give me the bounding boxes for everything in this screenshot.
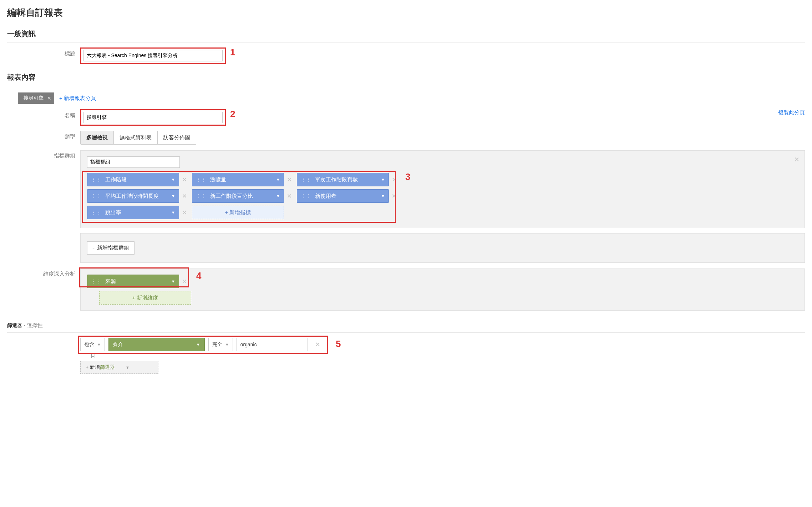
metric-group-label: 指標群組 bbox=[7, 150, 80, 159]
filter-row: 5 包含▼ 媒介▼ 完全▼ ✕ 且 + 新增篩選器 ▼ bbox=[7, 338, 805, 374]
metric-chip-sessions[interactable]: ⋮⋮工作階段▼ bbox=[87, 173, 179, 186]
section-header-general: 一般資訊 bbox=[7, 29, 805, 42]
drag-icon: ⋮⋮ bbox=[301, 177, 311, 182]
annotation-box-2 bbox=[80, 109, 226, 126]
chevron-down-icon: ▼ bbox=[225, 342, 229, 347]
annotation-num-4: 4 bbox=[196, 270, 201, 281]
annotation-num-1: 1 bbox=[230, 47, 235, 58]
remove-icon[interactable]: ✕ bbox=[182, 278, 187, 285]
metric-chip-pages-per-session[interactable]: ⋮⋮單次工作階段頁數▼ bbox=[297, 173, 389, 186]
remove-icon[interactable]: ✕ bbox=[182, 176, 187, 184]
metric-group-row: 指標群組 ✕ 3 ⋮⋮工作階段▼ ✕ ⋮⋮瀏覽量▼ ✕ ⋮⋮單次工作階段頁數▼ … bbox=[7, 150, 805, 263]
remove-icon[interactable]: ✕ bbox=[287, 176, 292, 184]
filter-header-sub: - 選擇性 bbox=[22, 322, 43, 328]
metric-chip-bounce-rate[interactable]: ⋮⋮跳出率▼ bbox=[87, 206, 179, 219]
metric-chip-new-users[interactable]: ⋮⋮新使用者▼ bbox=[297, 189, 389, 203]
annotation-num-5: 5 bbox=[336, 338, 341, 350]
chevron-down-icon: ▼ bbox=[276, 194, 280, 198]
chevron-down-icon: ▼ bbox=[171, 177, 175, 182]
drag-icon: ⋮⋮ bbox=[196, 177, 207, 182]
name-input[interactable] bbox=[83, 112, 223, 123]
dimension-label: 維度深入分析 bbox=[7, 268, 80, 277]
section-header-content: 報表內容 bbox=[7, 72, 805, 86]
title-label: 標題 bbox=[7, 47, 80, 57]
add-metric-button[interactable]: + 新增指標 bbox=[192, 206, 284, 219]
chevron-down-icon: ▼ bbox=[381, 194, 385, 198]
metric-group-input[interactable] bbox=[87, 156, 180, 168]
title-row: 標題 1 bbox=[7, 47, 805, 64]
chevron-down-icon: ▼ bbox=[171, 210, 175, 215]
type-btn-flat[interactable]: 無格式資料表 bbox=[113, 131, 157, 144]
tab-chip[interactable]: 搜尋引擎 ✕ bbox=[18, 92, 54, 104]
remove-icon[interactable]: ✕ bbox=[392, 192, 397, 200]
chevron-down-icon: ▼ bbox=[126, 365, 130, 370]
filter-header-text: 篩選器 bbox=[7, 322, 22, 328]
filter-match-dropdown[interactable]: 完全▼ bbox=[208, 338, 233, 351]
tab-label: 搜尋引擎 bbox=[24, 95, 44, 101]
filter-dimension-chip[interactable]: 媒介▼ bbox=[108, 338, 205, 351]
chevron-down-icon: ▼ bbox=[276, 177, 280, 182]
dimension-chip-source[interactable]: ⋮⋮來源▼ bbox=[87, 275, 179, 288]
filter-and-label: 且 bbox=[80, 353, 105, 360]
remove-icon[interactable]: ✕ bbox=[392, 176, 397, 184]
remove-icon[interactable]: ✕ bbox=[287, 192, 292, 200]
filter-include-dropdown[interactable]: 包含▼ bbox=[80, 338, 105, 351]
type-btn-map[interactable]: 訪客分佈圖 bbox=[157, 131, 196, 144]
remove-icon[interactable]: ✕ bbox=[182, 192, 187, 200]
title-input[interactable] bbox=[83, 50, 223, 61]
metric-chip-pageviews[interactable]: ⋮⋮瀏覽量▼ bbox=[192, 173, 284, 186]
add-dimension-button[interactable]: + 新增維度 bbox=[99, 291, 191, 305]
tabs-row: 搜尋引擎 ✕ + 新增報表分頁 bbox=[7, 92, 805, 104]
annotation-box-1 bbox=[80, 47, 226, 64]
annotation-num-3: 3 bbox=[405, 171, 410, 182]
metric-panel: ✕ 3 ⋮⋮工作階段▼ ✕ ⋮⋮瀏覽量▼ ✕ ⋮⋮單次工作階段頁數▼ ✕ ⋮⋮平… bbox=[80, 150, 805, 228]
remove-icon[interactable]: ✕ bbox=[182, 209, 187, 216]
drag-icon: ⋮⋮ bbox=[91, 177, 102, 182]
filter-spacer bbox=[7, 338, 80, 341]
section-header-filter: 篩選器 - 選擇性 bbox=[7, 321, 805, 333]
remove-filter-icon[interactable]: ✕ bbox=[315, 341, 320, 348]
filter-value-input[interactable] bbox=[237, 338, 308, 351]
type-btn-multi[interactable]: 多層檢視 bbox=[81, 131, 113, 144]
close-icon[interactable]: ✕ bbox=[47, 95, 51, 101]
metric-chip-new-session-pct[interactable]: ⋮⋮新工作階段百分比▼ bbox=[192, 189, 284, 203]
chevron-down-icon: ▼ bbox=[97, 342, 101, 347]
chevron-down-icon: ▼ bbox=[171, 279, 175, 283]
drag-icon: ⋮⋮ bbox=[196, 193, 207, 199]
name-label: 名稱 bbox=[7, 109, 80, 119]
add-tab-link[interactable]: + 新增報表分頁 bbox=[59, 95, 96, 102]
drag-icon: ⋮⋮ bbox=[91, 193, 102, 199]
metric-chip-avg-duration[interactable]: ⋮⋮平均工作階段時間長度▼ bbox=[87, 189, 179, 203]
drag-icon: ⋮⋮ bbox=[91, 210, 102, 215]
copy-tab-link[interactable]: 複製此分頁 bbox=[778, 109, 805, 116]
annotation-num-2: 2 bbox=[230, 109, 235, 120]
dimension-panel: 4 ⋮⋮來源▼ ✕ + 新增維度 bbox=[80, 268, 805, 311]
add-metric-group-panel: + 新增指標群組 bbox=[80, 233, 805, 263]
chevron-down-icon: ▼ bbox=[196, 342, 200, 347]
name-row: 名稱 複製此分頁 2 bbox=[7, 109, 805, 126]
page-title: 編輯自訂報表 bbox=[7, 6, 805, 19]
add-metric-group-button[interactable]: + 新增指標群組 bbox=[87, 241, 135, 255]
close-panel-icon[interactable]: ✕ bbox=[794, 156, 800, 164]
chevron-down-icon: ▼ bbox=[171, 194, 175, 198]
type-row: 類型 多層檢視 無格式資料表 訪客分佈圖 bbox=[7, 131, 805, 145]
dimension-row: 維度深入分析 4 ⋮⋮來源▼ ✕ + 新增維度 bbox=[7, 268, 805, 311]
drag-icon: ⋮⋮ bbox=[91, 278, 102, 284]
type-label: 類型 bbox=[7, 131, 80, 140]
chevron-down-icon: ▼ bbox=[381, 177, 385, 182]
add-filter-button[interactable]: + 新增篩選器 ▼ bbox=[80, 361, 158, 374]
drag-icon: ⋮⋮ bbox=[301, 193, 311, 199]
